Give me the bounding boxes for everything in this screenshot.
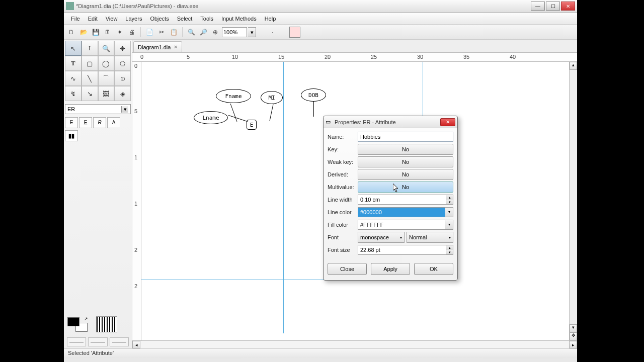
zigzag-tool[interactable]: ⦶	[114, 71, 131, 86]
scroll-right-icon[interactable]: ▸	[569, 341, 577, 348]
paste-icon[interactable]: 📋	[168, 27, 179, 38]
spin-up-icon[interactable]: ▴	[446, 245, 453, 250]
font-style-select[interactable]: Normal▾	[407, 232, 453, 243]
ok-button[interactable]: OK	[414, 263, 453, 275]
menu-objects[interactable]: Objects	[146, 14, 173, 23]
er-participation-tool[interactable]: ▮▮	[65, 130, 78, 141]
dialog-close-button[interactable]: ✕	[440, 118, 455, 126]
box-tool[interactable]: ▢	[82, 56, 98, 71]
spin-down-icon[interactable]: ▾	[446, 250, 453, 254]
arc-tool[interactable]: ⌒	[98, 71, 115, 86]
menu-tools[interactable]: Tools	[196, 14, 217, 23]
zoom-in-icon[interactable]: 🔍	[186, 27, 197, 38]
weakkey-toggle[interactable]: No	[358, 156, 453, 167]
scroll-left-icon[interactable]: ◂	[132, 341, 140, 348]
line-mid-style[interactable]	[88, 337, 107, 346]
menu-view[interactable]: View	[102, 14, 122, 23]
line-start-style[interactable]	[67, 337, 86, 346]
window-title: *Diagram1.dia (C:\Users\Paul\Pictures) -…	[76, 3, 530, 9]
menu-input-methods[interactable]: Input Methods	[217, 14, 261, 23]
menu-select[interactable]: Select	[173, 14, 197, 23]
tab-diagram1[interactable]: Diagram1.dia ✕	[133, 41, 182, 52]
connector	[313, 102, 314, 117]
menu-help[interactable]: Help	[261, 14, 280, 23]
snap-grid-button[interactable]	[289, 27, 300, 38]
menu-file[interactable]: File	[67, 14, 84, 23]
dialog-icon: ▭	[326, 119, 333, 126]
cut-icon[interactable]: ✂	[156, 27, 167, 38]
er-relationship-tool[interactable]: R	[93, 117, 106, 128]
save-icon[interactable]: 💾	[90, 27, 101, 38]
properties-dialog: ▭ Properties: ER - Attribute ✕ Name: Key…	[323, 116, 458, 281]
zoom-level-input[interactable]: 100%	[222, 27, 247, 37]
dropdown-icon: ▾	[449, 235, 451, 240]
magnify-tool[interactable]: 🔍	[98, 41, 115, 56]
nav-icon[interactable]: ✥	[570, 332, 577, 340]
vertical-scrollbar[interactable]: ▴ ▾ ✥	[569, 62, 577, 340]
shape-group-select[interactable]: ER ▾	[65, 104, 131, 114]
fillcolor-input[interactable]: #FFFFFF	[358, 220, 445, 230]
spin-up-icon[interactable]: ▴	[446, 195, 453, 200]
attribute-partial[interactable]: E	[247, 120, 257, 130]
text-tool[interactable]: T	[65, 56, 82, 71]
menu-edit[interactable]: Edit	[84, 14, 102, 23]
multivalue-label: Multivalue:	[328, 184, 358, 190]
line-end-style[interactable]	[110, 337, 129, 346]
close-button[interactable]: ✕	[561, 2, 575, 11]
name-input[interactable]	[358, 132, 453, 142]
tab-close-icon[interactable]: ✕	[174, 44, 178, 50]
copy-icon[interactable]: 📄	[144, 27, 155, 38]
ellipse-tool[interactable]: ◯	[98, 56, 115, 71]
polyline-tool[interactable]: ↯	[65, 86, 82, 101]
pattern-swatch[interactable]	[96, 316, 117, 332]
key-toggle[interactable]: No	[358, 144, 453, 155]
line-tool[interactable]: ╲	[82, 71, 98, 86]
maximize-button[interactable]: ☐	[546, 2, 560, 11]
outline-tool[interactable]: ◈	[114, 86, 131, 101]
fillcolor-label: Fill color	[328, 222, 358, 228]
attribute-dob[interactable]: DOB	[301, 88, 326, 102]
pointer-tool[interactable]: ↖	[65, 41, 82, 56]
menu-layers[interactable]: Layers	[121, 14, 146, 23]
text-cursor-tool[interactable]: I	[82, 41, 98, 56]
attribute-lname[interactable]: Lname	[194, 111, 228, 124]
font-family-select[interactable]: monospace▾	[358, 232, 405, 243]
pan-tool[interactable]: ✥	[114, 41, 131, 56]
apply-button[interactable]: Apply	[371, 263, 410, 275]
new-file-icon[interactable]: 🗋	[66, 27, 77, 38]
fontsize-spinner[interactable]: ▴▾	[358, 245, 453, 255]
zoom-out-icon[interactable]: 🔎	[198, 27, 209, 38]
attribute-mi[interactable]: MI	[261, 91, 283, 104]
derived-toggle[interactable]: No	[358, 169, 453, 180]
open-file-icon[interactable]: 📂	[78, 27, 89, 38]
er-attribute-tool[interactable]: A	[107, 117, 120, 128]
linewidth-spinner[interactable]: ▴▾	[358, 195, 453, 205]
dialog-titlebar[interactable]: ▭ Properties: ER - Attribute ✕	[324, 116, 457, 128]
export-icon[interactable]: ✦	[114, 27, 125, 38]
horizontal-scrollbar[interactable]: ◂ ▸	[132, 340, 577, 348]
connector-tool[interactable]: ↘	[82, 86, 98, 101]
attribute-fname[interactable]: Fname	[216, 89, 251, 103]
derived-label: Derived:	[328, 171, 358, 177]
linecolor-input[interactable]: #000000	[358, 207, 445, 217]
zoom-fit-icon[interactable]: ⊕	[210, 27, 221, 38]
close-button[interactable]: Close	[328, 263, 367, 275]
zoom-dropdown-icon[interactable]: ▾	[248, 27, 256, 37]
bezier-tool[interactable]: ∿	[65, 71, 82, 86]
image-tool[interactable]: 🖼	[98, 86, 115, 101]
scroll-down-icon[interactable]: ▾	[570, 324, 577, 332]
print-icon[interactable]: 🖨	[126, 27, 137, 38]
color-swatch[interactable]: ↗	[67, 316, 88, 332]
polygon-tool[interactable]: ⬠	[114, 56, 131, 71]
multivalue-toggle[interactable]: No	[358, 182, 453, 193]
linecolor-dropdown-icon[interactable]: ▾	[445, 207, 453, 217]
er-weak-entity-tool[interactable]: E	[79, 117, 92, 128]
er-entity-tool[interactable]: E	[65, 117, 78, 128]
linewidth-label: Line width	[328, 197, 358, 203]
fillcolor-dropdown-icon[interactable]: ▾	[445, 220, 453, 230]
save-as-icon[interactable]: 🗓	[102, 27, 113, 38]
minimize-button[interactable]: —	[531, 2, 545, 11]
scroll-up-icon[interactable]: ▴	[570, 62, 577, 70]
snap-dot-icon[interactable]: ·	[267, 27, 278, 38]
spin-down-icon[interactable]: ▾	[446, 200, 453, 204]
